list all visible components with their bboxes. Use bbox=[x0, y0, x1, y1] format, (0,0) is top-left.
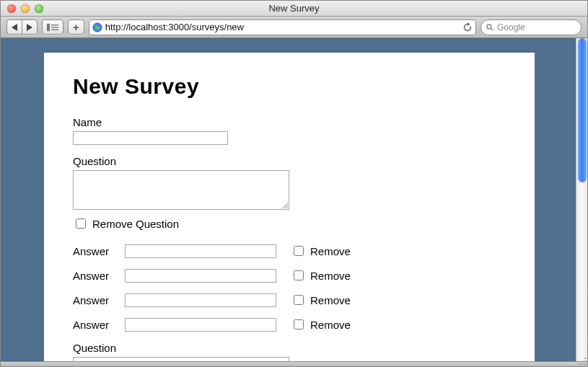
address-url: http://localhost:3000/surveys/new bbox=[105, 22, 460, 32]
reload-icon[interactable] bbox=[462, 22, 473, 32]
answer-remove-checkbox-4[interactable] bbox=[294, 319, 304, 330]
name-field: Name bbox=[73, 116, 506, 145]
answer-input-2[interactable] bbox=[125, 269, 276, 283]
answer-row-1: Answer Remove bbox=[73, 244, 506, 258]
resize-grip[interactable] bbox=[578, 357, 587, 366]
answer-remove-checkbox-1[interactable] bbox=[294, 246, 304, 256]
answer-remove-checkbox-2[interactable] bbox=[294, 270, 304, 280]
status-bar bbox=[1, 361, 587, 366]
answer-remove-label: Remove bbox=[310, 270, 351, 282]
globe-icon bbox=[92, 22, 102, 32]
answer-input-4[interactable] bbox=[125, 318, 276, 332]
answer-label: Answer bbox=[73, 245, 118, 257]
question2-label: Question bbox=[73, 342, 506, 354]
remove-question-checkbox[interactable] bbox=[76, 218, 86, 229]
address-bar[interactable]: http://localhost:3000/surveys/new bbox=[89, 19, 476, 35]
window-title: New Survey bbox=[1, 3, 587, 14]
answer-remove-label: Remove bbox=[310, 319, 351, 331]
reader-icon bbox=[47, 23, 58, 32]
svg-point-6 bbox=[487, 24, 491, 28]
browser-toolbar: + http://localhost:3000/surveys/new Goog… bbox=[1, 17, 587, 38]
question-label: Question bbox=[73, 155, 506, 167]
forward-button[interactable] bbox=[22, 19, 38, 35]
search-icon bbox=[486, 23, 494, 32]
remove-question-label: Remove Question bbox=[92, 218, 179, 230]
answer-row-3: Answer Remove bbox=[73, 293, 506, 307]
svg-line-7 bbox=[491, 28, 493, 30]
add-bookmark-button[interactable]: + bbox=[68, 19, 84, 35]
back-button[interactable] bbox=[6, 19, 22, 35]
chevron-left-icon bbox=[12, 24, 17, 31]
answer-remove-checkbox-3[interactable] bbox=[294, 295, 304, 305]
chevron-right-icon bbox=[27, 24, 32, 31]
answer-label: Answer bbox=[73, 319, 118, 331]
answer-input-1[interactable] bbox=[125, 244, 276, 258]
question-field: Question Remove Question bbox=[73, 155, 506, 231]
answer-label: Answer bbox=[73, 270, 118, 282]
question-textarea[interactable] bbox=[73, 170, 289, 210]
answer-row-4: Answer Remove bbox=[73, 317, 506, 332]
svg-rect-1 bbox=[51, 25, 58, 25]
answer-label: Answer bbox=[73, 294, 118, 306]
remove-question-row: Remove Question bbox=[73, 216, 506, 231]
scrollbar-thumb[interactable] bbox=[578, 38, 587, 182]
name-input[interactable] bbox=[73, 131, 228, 145]
search-placeholder: Google bbox=[497, 22, 525, 32]
search-field[interactable]: Google bbox=[481, 19, 582, 35]
question2-field: Question bbox=[73, 342, 506, 361]
reader-button[interactable] bbox=[42, 19, 63, 35]
vertical-scrollbar[interactable] bbox=[576, 38, 587, 361]
answer-remove-label: Remove bbox=[310, 245, 351, 257]
svg-rect-3 bbox=[51, 29, 58, 30]
page-body: New Survey Name Question Remove Question… bbox=[44, 53, 535, 361]
page-title: New Survey bbox=[73, 74, 506, 99]
content-viewport: New Survey Name Question Remove Question… bbox=[1, 38, 587, 361]
svg-rect-2 bbox=[51, 27, 58, 27]
answer-input-3[interactable] bbox=[125, 293, 276, 307]
name-label: Name bbox=[73, 116, 506, 128]
svg-rect-0 bbox=[47, 23, 50, 31]
answer-row-2: Answer Remove bbox=[73, 268, 506, 283]
answer-remove-label: Remove bbox=[310, 294, 351, 306]
nav-buttons bbox=[6, 19, 38, 35]
window-titlebar: New Survey bbox=[1, 1, 587, 17]
